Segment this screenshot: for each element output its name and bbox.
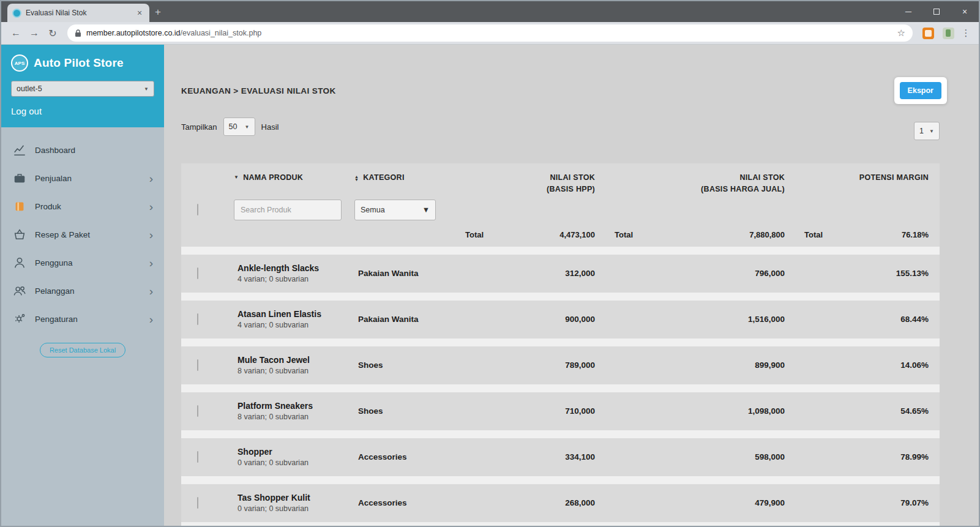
sidebar-item-penjualan[interactable]: Penjualan › bbox=[1, 164, 164, 192]
stock-table: ▼ NAMA PRODUK ▲▼ KATEGORI NILAI STOK (BA… bbox=[181, 163, 940, 526]
product-variants: 0 varian; 0 subvarian bbox=[238, 458, 346, 467]
chevron-down-icon: ▼ bbox=[929, 129, 934, 134]
back-button[interactable]: ← bbox=[7, 24, 24, 42]
chevron-right-icon: › bbox=[149, 201, 153, 212]
brand-logo: APS bbox=[11, 54, 28, 72]
column-header-kategori[interactable]: ▲▼ KATEGORI bbox=[346, 172, 465, 184]
tab-title: Evaluasi Nilai Stok bbox=[26, 9, 130, 17]
product-name: Ankle-length Slacks bbox=[238, 263, 346, 273]
row-checkbox[interactable] bbox=[197, 359, 198, 371]
browser-navbar: ← → ↻ member.autopilotstore.co.id/evalua… bbox=[1, 22, 979, 45]
new-tab-button[interactable]: + bbox=[149, 4, 166, 21]
column-header-potensi-margin: POTENSI MARGIN bbox=[796, 172, 940, 184]
tab-close-icon[interactable]: × bbox=[135, 8, 144, 18]
forward-button[interactable]: → bbox=[26, 24, 43, 42]
nilai-stok-jual: 1,516,000 bbox=[606, 315, 796, 324]
sidebar-item-pengaturan[interactable]: Pengaturan › bbox=[1, 305, 164, 333]
sidebar-item-pelanggan[interactable]: Pelanggan › bbox=[1, 277, 164, 305]
nilai-stok-hpp: 268,000 bbox=[465, 498, 606, 507]
browser-tab[interactable]: Evaluasi Nilai Stok × bbox=[7, 4, 149, 22]
nilai-stok-hpp: 710,000 bbox=[465, 406, 606, 416]
product-category: Accessories bbox=[346, 498, 465, 507]
extension-icon-2[interactable] bbox=[943, 28, 954, 39]
potensi-margin: 68.44% bbox=[796, 315, 940, 324]
row-checkbox[interactable] bbox=[197, 497, 198, 509]
address-bar[interactable]: member.autopilotstore.co.id/evaluasi_nil… bbox=[67, 24, 913, 42]
row-checkbox[interactable] bbox=[197, 267, 198, 279]
table-row: Mule Tacon Jewel 8 varian; 0 subvarian S… bbox=[181, 346, 940, 384]
product-name: Atasan Linen Elastis bbox=[238, 309, 346, 319]
sidebar-item-label: Produk bbox=[35, 202, 61, 211]
product-variants: 8 varian; 0 subvarian bbox=[238, 413, 346, 421]
nilai-stok-jual: 796,000 bbox=[606, 269, 796, 278]
select-all-checkbox[interactable] bbox=[197, 204, 198, 215]
table-row: Platform Sneakers 8 varian; 0 subvarian … bbox=[181, 392, 940, 430]
page-size-value: 50 bbox=[229, 122, 238, 131]
main-panel: KEUANGAN > EVALUASI NILAI STOK Ekspor Ta… bbox=[164, 45, 979, 526]
page-size-select[interactable]: 50 ▼ bbox=[223, 118, 255, 136]
chevron-right-icon: › bbox=[149, 173, 153, 184]
product-variants: 8 varian; 0 subvarian bbox=[238, 367, 346, 375]
search-produk-input[interactable] bbox=[234, 200, 342, 220]
outlet-select[interactable]: outlet-5 ▼ bbox=[11, 81, 154, 97]
column-header-nama-produk[interactable]: ▼ NAMA PRODUK bbox=[220, 172, 346, 184]
sidebar-item-label: Penjualan bbox=[35, 174, 72, 183]
total-hpp-value: 4,473,100 bbox=[559, 230, 595, 239]
close-window-button[interactable]: × bbox=[951, 1, 979, 22]
nilai-stok-hpp: 900,000 bbox=[465, 315, 606, 324]
url-domain: member.autopilotstore.co.id bbox=[86, 29, 181, 37]
potensi-margin: 54.65% bbox=[796, 406, 940, 416]
product-name: Platform Sneakers bbox=[238, 401, 346, 411]
nilai-stok-jual: 479,900 bbox=[606, 498, 796, 507]
secure-lock-icon bbox=[75, 29, 81, 37]
minimize-button[interactable]: ─ bbox=[894, 1, 922, 22]
product-category: Accessories bbox=[346, 452, 465, 462]
sidebar-item-resep-paket[interactable]: Resep & Paket › bbox=[1, 220, 164, 249]
sidebar-item-pengguna[interactable]: Pengguna › bbox=[1, 249, 164, 277]
sidebar-nav: Dashboard Penjualan › Produk › bbox=[1, 127, 164, 333]
product-box-icon bbox=[12, 200, 27, 213]
kategori-filter-select[interactable]: Semua ▼ bbox=[354, 200, 436, 220]
sidebar-item-label: Pelanggan bbox=[35, 286, 75, 296]
browser-menu-icon[interactable]: ⋮ bbox=[959, 28, 973, 39]
total-jual-value: 7,880,800 bbox=[749, 230, 785, 239]
row-checkbox[interactable] bbox=[197, 405, 198, 417]
table-row: Shopper 0 varian; 0 subvarian Accessorie… bbox=[181, 438, 940, 476]
product-category: Pakaian Wanita bbox=[346, 269, 465, 278]
page-number-select[interactable]: 1 ▼ bbox=[914, 122, 940, 140]
sidebar-header: APS Auto Pilot Store outlet-5 ▼ Log out bbox=[1, 45, 164, 127]
logout-link[interactable]: Log out bbox=[11, 106, 154, 116]
chevron-right-icon: › bbox=[149, 229, 153, 241]
bookmark-star-icon[interactable]: ☆ bbox=[897, 28, 905, 39]
product-name: Shopper bbox=[238, 447, 346, 457]
export-button[interactable]: Ekspor bbox=[900, 82, 941, 99]
product-name: Mule Tacon Jewel bbox=[238, 355, 346, 365]
total-margin-value: 76.18% bbox=[902, 230, 929, 239]
site-favicon-icon bbox=[12, 9, 21, 18]
potensi-margin: 78.99% bbox=[796, 452, 940, 462]
sidebar-item-label: Resep & Paket bbox=[35, 230, 90, 239]
sidebar-item-dashboard[interactable]: Dashboard bbox=[1, 136, 164, 164]
product-variants: 4 varian; 0 subvarian bbox=[238, 321, 346, 329]
basket-icon bbox=[12, 228, 27, 241]
nilai-stok-jual: 598,000 bbox=[606, 452, 796, 462]
url-text: member.autopilotstore.co.id/evaluasi_nil… bbox=[86, 29, 261, 37]
sidebar-item-produk[interactable]: Produk › bbox=[1, 192, 164, 220]
show-label: Tampilkan bbox=[181, 122, 217, 132]
page-number-value: 1 bbox=[919, 127, 924, 135]
sort-desc-icon: ▼ bbox=[234, 174, 239, 181]
nilai-stok-hpp: 334,100 bbox=[465, 452, 606, 462]
chevron-down-icon: ▼ bbox=[245, 124, 250, 130]
chevron-right-icon: › bbox=[149, 257, 153, 269]
row-checkbox[interactable] bbox=[197, 313, 198, 325]
reset-database-button[interactable]: Reset Database Lokal bbox=[40, 343, 125, 357]
brand-name: Auto Pilot Store bbox=[34, 56, 124, 70]
maximize-button[interactable] bbox=[922, 1, 951, 22]
refresh-button[interactable]: ↻ bbox=[44, 24, 61, 42]
row-checkbox[interactable] bbox=[197, 451, 198, 463]
window-controls: ─ × bbox=[894, 1, 979, 22]
nilai-stok-hpp: 312,000 bbox=[465, 269, 606, 278]
nilai-stok-jual: 899,900 bbox=[606, 361, 796, 370]
extension-icon-1[interactable] bbox=[922, 28, 934, 39]
total-margin-cell: Total 76.18% bbox=[796, 230, 940, 239]
